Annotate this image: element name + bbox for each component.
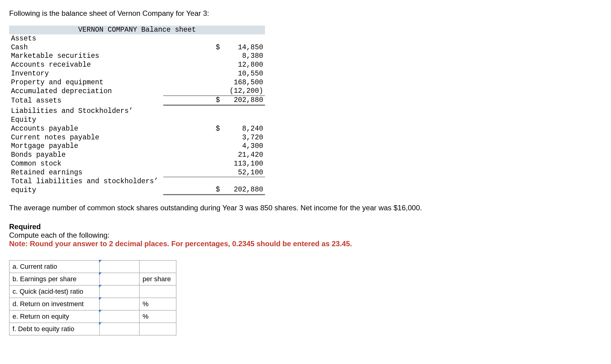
note-text: Note: Round your answer to 2 decimal pla… [9, 240, 602, 248]
answer-label: a. Current ratio [9, 260, 100, 273]
row-value: 12,800 [222, 61, 265, 69]
total-assets-value: 202,880 [222, 96, 265, 105]
answer-unit: % [140, 298, 176, 310]
table-row: f. Debt to equity ratio [9, 323, 176, 335]
row-label: Bonds payable [9, 151, 163, 159]
row-label: Cash [9, 43, 163, 52]
table-row: b. Earnings per share per share [9, 273, 176, 285]
required-text: Compute each of the following: [9, 231, 602, 240]
answer-unit: % [140, 310, 176, 323]
answer-unit: per share [140, 273, 176, 285]
answer-input[interactable] [100, 260, 140, 273]
row-label: Marketable securities [9, 52, 163, 61]
row-value: 14,850 [222, 43, 265, 52]
row-sign: $ [163, 124, 222, 133]
answer-input[interactable] [100, 310, 140, 323]
answer-input[interactable] [100, 273, 140, 285]
total-assets-label: Total assets [9, 96, 163, 105]
row-value: 52,100 [222, 168, 265, 177]
row-label: Current notes payable [9, 133, 163, 142]
input-marker-icon [99, 285, 102, 288]
row-value: 21,420 [222, 151, 265, 159]
row-value: (12,200) [222, 87, 265, 96]
table-row: e. Return on equity % [9, 310, 176, 323]
total-liab-value: 202,880 [222, 177, 265, 195]
info-paragraph: The average number of common stock share… [9, 204, 602, 212]
row-label: Property and equipment [9, 78, 163, 87]
row-value: 4,300 [222, 142, 265, 151]
table-row: a. Current ratio [9, 260, 176, 273]
intro-text: Following is the balance sheet of Vernon… [9, 9, 602, 18]
balance-sheet-table: VERNON COMPANY Balance sheet Assets Cash… [9, 26, 265, 195]
row-value: 8,380 [222, 52, 265, 61]
total-assets-sign: $ [163, 96, 222, 105]
answer-label: e. Return on equity [9, 310, 100, 323]
row-value: 3,720 [222, 133, 265, 142]
row-value: 10,550 [222, 69, 265, 78]
row-value: 168,500 [222, 78, 265, 87]
row-label: Common stock [9, 159, 163, 168]
balance-title: VERNON COMPANY Balance sheet [9, 26, 265, 34]
required-label: Required [9, 222, 41, 231]
row-label: Mortgage payable [9, 142, 163, 151]
row-value: 8,240 [222, 124, 265, 133]
input-marker-icon [99, 272, 102, 275]
row-label: Accounts payable [9, 124, 163, 133]
answer-input[interactable] [100, 323, 140, 335]
answer-input[interactable] [100, 285, 140, 298]
row-label: Inventory [9, 69, 163, 78]
table-row: d. Return on investment % [9, 298, 176, 310]
input-marker-icon [99, 297, 102, 300]
input-marker-icon [99, 310, 102, 313]
total-liab-sign: $ [163, 177, 222, 195]
table-row: c. Quick (acid-test) ratio [9, 285, 176, 298]
answer-label: b. Earnings per share [9, 273, 100, 285]
answer-unit [140, 323, 176, 335]
row-label: Accounts receivable [9, 61, 163, 69]
row-label: Retained earnings [9, 168, 163, 177]
liab-header: Liabilities and Stockholders’ Equity [9, 105, 163, 124]
assets-header: Assets [9, 34, 163, 43]
input-marker-icon [99, 322, 102, 325]
answer-label: d. Return on investment [9, 298, 100, 310]
row-label: Accumulated depreciation [9, 87, 163, 96]
input-marker-icon [99, 260, 102, 263]
row-value: 113,100 [222, 159, 265, 168]
total-liab-label: Total liabilities and stockholders’ equi… [9, 177, 163, 195]
answer-input[interactable] [100, 298, 140, 310]
answer-label: f. Debt to equity ratio [9, 323, 100, 335]
answer-label: c. Quick (acid-test) ratio [9, 285, 100, 298]
answer-unit [140, 285, 176, 298]
row-sign: $ [163, 43, 222, 52]
answer-unit [140, 260, 176, 273]
answer-table: a. Current ratio b. Earnings per share p… [9, 260, 176, 335]
